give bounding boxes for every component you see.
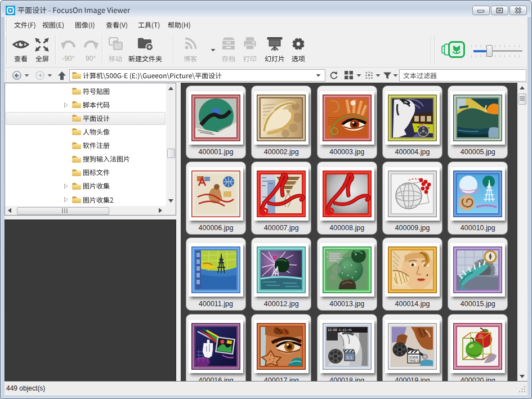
svg-text:5.1: 5.1 (346, 355, 353, 360)
svg-text:TAKE 10: TAKE 10 (409, 359, 420, 362)
svg-text:12:00 2:13:41: 12:00 2:13:41 (328, 328, 352, 332)
svg-text:SCENE 1: SCENE 1 (409, 356, 421, 358)
